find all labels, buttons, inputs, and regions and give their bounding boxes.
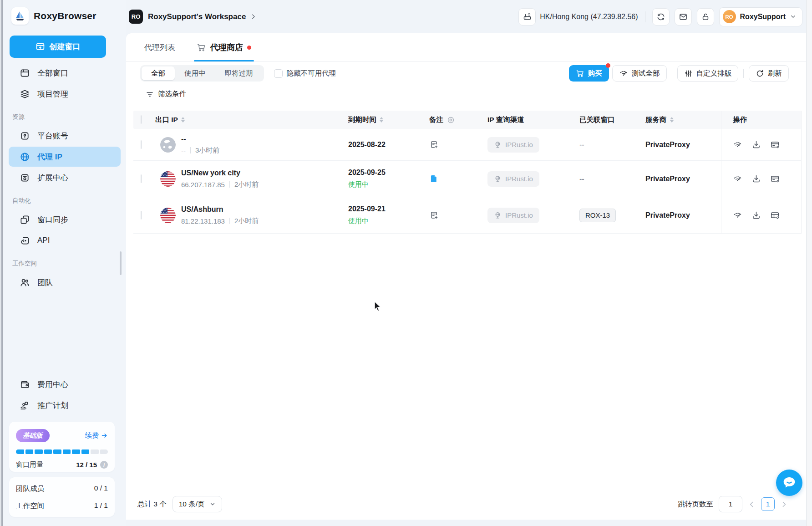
eye-toggle-icon[interactable] bbox=[447, 116, 455, 124]
exit-ip-title: US/New york city bbox=[181, 169, 240, 177]
filter-in-use[interactable]: 使用中 bbox=[175, 66, 215, 80]
usage-value: 12 / 15 bbox=[76, 461, 97, 469]
ip-channel-chip[interactable]: IPRust.io bbox=[487, 208, 539, 223]
chevron-right-icon[interactable] bbox=[250, 13, 257, 20]
custom-layout-button[interactable]: 自定义排版 bbox=[677, 65, 739, 82]
filter-all[interactable]: 全部 bbox=[142, 66, 175, 80]
table-row[interactable]: US/Ashburn 81.22.131.183 2小时前 2025-09-21… bbox=[133, 197, 802, 234]
page-size-select[interactable]: 10 条/页 bbox=[173, 496, 222, 512]
hide-unavailable-checkbox[interactable] bbox=[274, 69, 283, 78]
download-icon[interactable] bbox=[751, 210, 761, 220]
sidebar-item-window-sync[interactable]: 窗口同步 bbox=[9, 209, 121, 230]
sidebar-item-all-windows[interactable]: 全部窗口 bbox=[9, 63, 121, 83]
toolbar-actions: 购买 测试全部 自定义排版 刷新 bbox=[569, 65, 789, 82]
row-checkbox[interactable] bbox=[141, 211, 142, 220]
filter-conditions-button[interactable]: 筛选条件 bbox=[146, 89, 186, 99]
ip-channel-chip[interactable]: IPRust.io bbox=[487, 171, 539, 187]
sort-icon[interactable] bbox=[670, 117, 674, 123]
window-scrollbar-track[interactable] bbox=[806, 0, 812, 526]
table-row[interactable]: -- -- 3小时前 2025-08-22 bbox=[133, 129, 802, 161]
hide-unavailable-toggle[interactable]: 隐藏不可用代理 bbox=[274, 69, 336, 78]
info-icon[interactable]: i bbox=[100, 461, 108, 469]
workspace-name[interactable]: RoxySupport's Workspace bbox=[148, 12, 246, 21]
exit-ip-title: US/Ashburn bbox=[181, 205, 223, 213]
mail-icon bbox=[679, 12, 688, 21]
linked-window-tag[interactable]: ROX-13 bbox=[579, 209, 616, 222]
sidebar-menu: 全部窗口 项目管理 资源 平台账号 代理 IP 扩展中心 自动化 bbox=[3, 62, 126, 293]
speed-test-icon[interactable] bbox=[733, 174, 742, 184]
sidebar-item-extensions[interactable]: 扩展中心 bbox=[9, 168, 121, 188]
select-all-checkbox[interactable] bbox=[141, 115, 142, 124]
sailboat-logo-icon bbox=[11, 7, 29, 25]
status-in-use: 使用中 bbox=[348, 217, 427, 225]
download-icon[interactable] bbox=[751, 140, 761, 149]
mail-button[interactable] bbox=[675, 8, 692, 26]
user-name: RoxySupport bbox=[740, 13, 786, 21]
expire-date: 2025-09-21 bbox=[348, 205, 427, 213]
renew-order-icon[interactable] bbox=[770, 140, 780, 150]
globe-stand-icon bbox=[494, 175, 502, 183]
filter-expiring[interactable]: 即将过期 bbox=[215, 66, 263, 80]
sub-divider bbox=[229, 181, 230, 188]
ip-channel-chip[interactable]: IPRust.io bbox=[487, 137, 539, 153]
test-all-button[interactable]: 测试全部 bbox=[612, 65, 667, 82]
support-chat-button[interactable] bbox=[776, 470, 802, 496]
prev-page-arrow-icon[interactable] bbox=[748, 500, 756, 508]
sync-button[interactable] bbox=[652, 8, 670, 26]
window-plus-icon bbox=[36, 42, 45, 51]
buy-notification-dot bbox=[606, 63, 610, 68]
page-number-current[interactable]: 1 bbox=[761, 497, 775, 511]
sidebar-item-api[interactable]: API bbox=[9, 230, 121, 250]
row-checkbox[interactable] bbox=[141, 140, 142, 149]
buy-button[interactable]: 购买 bbox=[569, 65, 609, 82]
sidebar-item-platform-accounts[interactable]: 平台账号 bbox=[9, 126, 121, 146]
stat-workspaces: 工作空间 1 / 1 bbox=[16, 501, 108, 511]
layers-icon bbox=[20, 89, 30, 99]
sub-divider bbox=[229, 218, 230, 224]
lock-button[interactable] bbox=[697, 8, 714, 26]
toolbar-divider bbox=[672, 69, 672, 78]
speed-test-icon[interactable] bbox=[733, 140, 742, 149]
expire-date: 2025-09-25 bbox=[348, 169, 427, 177]
toolbar: 全部 使用中 即将过期 隐藏不可用代理 购买 测试全部 bbox=[140, 65, 789, 82]
tab-proxy-store[interactable]: 代理商店 bbox=[197, 33, 251, 61]
add-note-icon[interactable] bbox=[429, 210, 487, 220]
speed-test-icon[interactable] bbox=[733, 210, 742, 220]
renew-order-icon[interactable] bbox=[770, 210, 780, 220]
create-window-button[interactable]: 创建窗口 bbox=[10, 36, 106, 58]
exit-ip-title: -- bbox=[181, 135, 186, 143]
tab-proxy-list[interactable]: 代理列表 bbox=[144, 33, 175, 61]
sidebar-scrollbar-thumb[interactable] bbox=[120, 251, 122, 275]
plan-badge: 基础版 bbox=[16, 429, 50, 442]
row-checkbox[interactable] bbox=[141, 174, 142, 183]
mouse-cursor bbox=[372, 301, 383, 312]
sidebar-item-projects[interactable]: 项目管理 bbox=[9, 84, 121, 104]
sort-icon[interactable] bbox=[181, 117, 185, 123]
download-icon[interactable] bbox=[751, 174, 761, 184]
topbar-right: HK/Hong Kong (47.239.82.56) RO RoxySuppo… bbox=[518, 7, 802, 26]
speed-test-icon bbox=[619, 69, 628, 78]
unlock-icon bbox=[701, 12, 710, 21]
user-menu[interactable]: RO RoxySupport bbox=[719, 7, 802, 26]
sort-icon[interactable] bbox=[380, 117, 383, 123]
network-device-button[interactable] bbox=[518, 8, 536, 26]
sidebar-item-billing[interactable]: 费用中心 bbox=[9, 374, 121, 394]
sidebar-item-proxy-ip[interactable]: 代理 IP bbox=[9, 147, 121, 167]
refresh-button[interactable]: 刷新 bbox=[749, 65, 789, 82]
sidebar-item-referral[interactable]: 推广计划 bbox=[9, 395, 121, 415]
sidebar-item-team[interactable]: 团队 bbox=[9, 272, 121, 292]
renew-link[interactable]: 续费 bbox=[85, 431, 108, 440]
add-note-icon[interactable] bbox=[429, 140, 487, 149]
ip-address: -- bbox=[181, 147, 186, 154]
next-page-arrow-icon[interactable] bbox=[780, 500, 788, 508]
chevron-down-icon bbox=[209, 501, 216, 507]
unknown-globe-icon bbox=[160, 137, 176, 153]
api-code-icon bbox=[20, 235, 30, 246]
globe-icon bbox=[20, 152, 30, 162]
provider-name: PrivateProxy bbox=[645, 175, 690, 183]
note-filled-icon[interactable] bbox=[429, 174, 487, 184]
table-row[interactable]: US/New york city 66.207.187.85 2小时前 2025… bbox=[133, 161, 802, 197]
jump-to-page-input[interactable] bbox=[719, 496, 742, 512]
expire-date: 2025-08-22 bbox=[348, 141, 386, 148]
renew-order-icon[interactable] bbox=[770, 174, 780, 184]
